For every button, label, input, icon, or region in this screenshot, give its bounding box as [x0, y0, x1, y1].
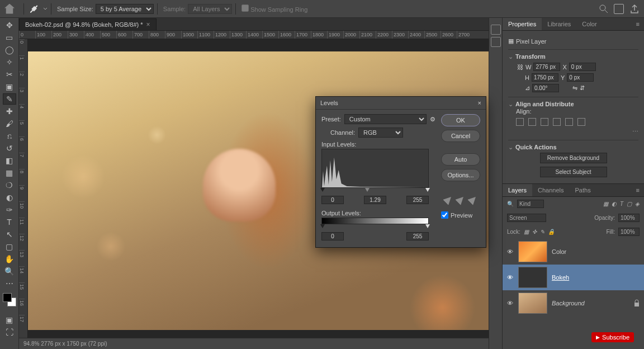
align-vcenter-icon[interactable] [565, 118, 573, 126]
path-tool[interactable]: ↖ [3, 229, 16, 240]
lock-pixel-icon[interactable]: ✎ [540, 229, 544, 235]
filter-smart-icon[interactable]: ◈ [635, 201, 640, 207]
dodge-tool[interactable]: ◐ [3, 192, 16, 203]
tab-layers[interactable]: Layers [503, 184, 532, 196]
black-slider[interactable] [320, 188, 325, 192]
panel-icon[interactable] [491, 25, 501, 35]
link-icon[interactable]: ⛓ [517, 64, 523, 70]
heal-tool[interactable]: ✚ [3, 106, 16, 117]
marquee-tool[interactable]: ▭ [3, 32, 16, 43]
fill-field[interactable] [618, 228, 640, 236]
gear-icon[interactable]: ⚙ [430, 116, 435, 123]
layer-name[interactable]: Bokeh [552, 274, 569, 281]
eraser-tool[interactable]: ◧ [3, 155, 16, 166]
panel-menu-icon[interactable]: ≡ [632, 18, 644, 30]
more-icon[interactable]: ⋯ [508, 128, 638, 135]
layer-row[interactable]: 👁 Color [503, 239, 644, 265]
blur-tool[interactable]: ❍ [3, 180, 16, 191]
filter-adjust-icon[interactable]: ◐ [612, 201, 617, 207]
align-left-icon[interactable] [516, 118, 524, 126]
more-tool[interactable]: ⋯ [3, 278, 16, 289]
tab-color[interactable]: Color [576, 18, 602, 30]
align-right-icon[interactable] [541, 118, 548, 126]
flip-h-icon[interactable]: ⇋ [572, 84, 577, 92]
input-mid-field[interactable] [364, 196, 386, 204]
zoom-tool[interactable]: 🔍 [3, 266, 16, 277]
frame-tool[interactable]: ▣ [3, 81, 16, 92]
stamp-tool[interactable]: ⎌ [3, 130, 16, 142]
gradient-tool[interactable]: ▦ [3, 167, 16, 178]
move-tool[interactable]: ✥ [3, 20, 16, 31]
color-swatch[interactable] [3, 293, 16, 306]
x-field[interactable] [569, 63, 596, 71]
blend-mode-select[interactable] [507, 214, 546, 222]
auto-button[interactable]: Auto [441, 153, 480, 166]
filter-shape-icon[interactable]: ▢ [627, 201, 632, 207]
eyedropper-white-icon[interactable] [467, 194, 479, 205]
align-hcenter-icon[interactable] [528, 118, 536, 126]
eyedropper-black-icon[interactable] [443, 194, 454, 205]
lock-pos-icon[interactable]: ✜ [532, 229, 537, 235]
subscribe-badge[interactable]: Subscribe [591, 332, 634, 342]
channel-select[interactable]: RGB [358, 128, 403, 138]
angle-field[interactable] [532, 84, 559, 92]
layer-row[interactable]: 👁 Bokeh [503, 265, 644, 290]
preset-select[interactable]: Custom [344, 114, 427, 124]
close-icon[interactable]: × [478, 100, 481, 106]
height-field[interactable] [532, 73, 558, 82]
lock-icon[interactable]: 🔒 [548, 229, 555, 235]
screenmode-tool[interactable]: ⛶ [3, 327, 16, 338]
section-transform[interactable]: Transform [515, 53, 546, 60]
filter-icon[interactable]: 🔍 [507, 201, 514, 207]
output-white-field[interactable] [406, 232, 429, 240]
filter-pixel-icon[interactable]: ▦ [603, 201, 608, 207]
shape-tool[interactable]: ▢ [3, 241, 16, 252]
options-button[interactable]: Options... [441, 169, 480, 181]
output-black-field[interactable] [321, 232, 344, 240]
input-sliders[interactable] [321, 188, 429, 194]
visibility-icon[interactable]: 👁 [506, 274, 514, 281]
panel-icon[interactable] [491, 37, 501, 47]
type-tool[interactable]: T [3, 216, 16, 228]
section-quick[interactable]: Quick Actions [515, 144, 557, 150]
tab-paths[interactable]: Paths [570, 184, 596, 196]
crop-tool[interactable]: ✂ [3, 69, 16, 80]
input-black-field[interactable] [321, 196, 344, 204]
output-sliders[interactable] [321, 224, 429, 230]
section-align[interactable]: Align and Distribute [515, 101, 574, 107]
visibility-icon[interactable]: 👁 [506, 300, 514, 306]
hand-tool[interactable]: ✋ [3, 253, 16, 265]
workspace-icon[interactable] [614, 4, 624, 14]
home-icon[interactable] [4, 4, 15, 14]
wand-tool[interactable]: ✧ [3, 56, 16, 68]
preview-check[interactable]: Preview [441, 211, 480, 219]
share-icon[interactable] [629, 4, 640, 14]
select-subject-button[interactable]: Select Subject [540, 167, 607, 177]
opacity-field[interactable] [618, 214, 640, 222]
pen-tool[interactable]: ✑ [3, 204, 16, 215]
document-tab[interactable]: Bokeh-02.psd @ 94.8% (Bokeh, RGB/8#) * × [19, 18, 157, 30]
remove-bg-button[interactable]: Remove Background [540, 153, 607, 163]
align-bottom-icon[interactable] [577, 118, 585, 126]
y-field[interactable] [567, 73, 594, 82]
out-black-slider[interactable] [320, 224, 325, 228]
white-slider[interactable] [425, 188, 430, 192]
out-white-slider[interactable] [425, 224, 430, 228]
eyedropper-icon[interactable] [27, 3, 40, 15]
cancel-button[interactable]: Cancel [441, 130, 480, 142]
align-top-icon[interactable] [553, 118, 561, 126]
visibility-icon[interactable]: 👁 [506, 248, 514, 255]
tab-properties[interactable]: Properties [503, 18, 542, 30]
close-icon[interactable]: × [146, 21, 150, 29]
flip-v-icon[interactable]: ⇵ [580, 84, 585, 92]
filter-type-icon[interactable]: T [620, 201, 623, 207]
search-icon[interactable] [599, 4, 608, 13]
quickmask-tool[interactable]: ▣ [3, 314, 16, 326]
layer-filter-kind[interactable] [517, 200, 544, 208]
ok-button[interactable]: OK [441, 114, 480, 126]
tab-libraries[interactable]: Libraries [542, 18, 576, 30]
eyedropper-gray-icon[interactable] [455, 194, 466, 205]
layer-name[interactable]: Color [552, 248, 566, 255]
history-brush-tool[interactable]: ↺ [3, 143, 16, 154]
mid-slider[interactable] [365, 188, 370, 192]
